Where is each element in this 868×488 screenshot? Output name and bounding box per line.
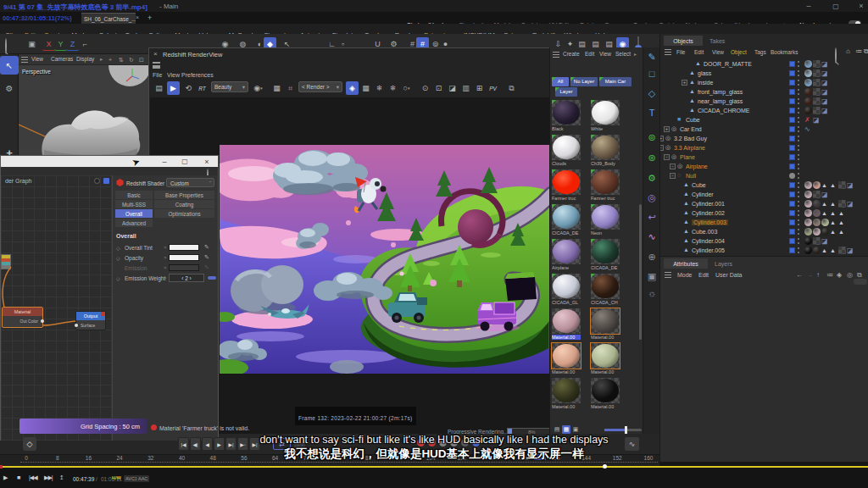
layer-tab-no-layer[interactable]: No Layer: [570, 77, 598, 86]
texture-tag-icon[interactable]: ◪: [847, 200, 854, 208]
material-tag[interactable]: [804, 107, 812, 114]
material-tag[interactable]: [804, 79, 812, 86]
om-menu-file[interactable]: File: [676, 49, 685, 55]
object-row[interactable]: ▲Cylinder◪: [660, 190, 868, 199]
attr-menu-edit[interactable]: Edit: [698, 272, 709, 278]
object-row[interactable]: ▲Cube▲▲◪: [660, 180, 868, 190]
layer-color-chip[interactable]: [789, 191, 795, 197]
modeling-settings-icon[interactable]: ▣: [25, 37, 38, 51]
selection-tag-icon[interactable]: ▲: [830, 181, 837, 189]
player-eject-button[interactable]: ↥: [59, 474, 64, 481]
selection-tag-icon[interactable]: ▲: [838, 219, 846, 226]
minimize-button[interactable]: –: [802, 1, 815, 11]
selection-tag-icon[interactable]: ▲: [830, 209, 837, 217]
material-tag[interactable]: [821, 219, 829, 226]
material-menu-edit[interactable]: Edit: [585, 52, 594, 58]
texture-tag-icon[interactable]: ◪: [813, 116, 821, 124]
material-tag[interactable]: [804, 209, 812, 217]
material-tag[interactable]: [813, 209, 821, 217]
object-row[interactable]: ▲CICADA_CHROME◪: [660, 106, 868, 115]
object-row[interactable]: ■Cube✗◪: [660, 115, 868, 125]
tab-optimizations[interactable]: Optimizations: [154, 209, 214, 218]
material-swatch[interactable]: [591, 135, 620, 160]
number-stepper[interactable]: ‹ 2 ›: [169, 274, 204, 282]
object-name[interactable]: Cylinder.005: [692, 247, 725, 253]
keyframe-dot-icon[interactable]: ◇: [116, 245, 120, 251]
uvw-tag[interactable]: [813, 88, 821, 96]
tab-attributes[interactable]: Attributes: [664, 258, 708, 269]
lock-camera-icon[interactable]: ◈: [346, 81, 359, 95]
layer-color-chip[interactable]: [789, 229, 795, 235]
visibility-dots[interactable]: [798, 89, 799, 95]
tab-overall[interactable]: Overall: [115, 209, 153, 218]
selection-tag-icon[interactable]: ▲: [821, 181, 829, 189]
material-swatch[interactable]: [591, 204, 620, 230]
rv-menu-view[interactable]: View: [167, 72, 180, 78]
layer-color-chip[interactable]: [789, 136, 795, 141]
object-row[interactable]: ▲Cylinder.003▲▲: [660, 218, 868, 227]
tab-multi-sss[interactable]: Multi-SSS: [115, 200, 153, 208]
selection-tag-icon[interactable]: ▲: [830, 247, 837, 254]
material-burger-icon[interactable]: [553, 52, 559, 58]
layer-tab-all[interactable]: All: [552, 77, 569, 86]
expander-icon[interactable]: -: [660, 145, 664, 151]
om-menu-edit[interactable]: Edit: [694, 49, 704, 55]
layer-color-chip[interactable]: [789, 61, 795, 67]
forward-icon[interactable]: →: [806, 271, 813, 279]
eyedropper-icon[interactable]: ✎: [204, 264, 209, 271]
selection-tag-icon[interactable]: ▲: [838, 228, 846, 236]
track-icon[interactable]: ◎: [847, 271, 853, 279]
visibility-dots[interactable]: [798, 191, 799, 197]
keyframe-dot-icon[interactable]: ◇: [116, 275, 120, 281]
attr-burger-icon[interactable]: [665, 272, 671, 278]
layer-color-chip[interactable]: [789, 80, 795, 86]
object-row[interactable]: -◎Plane: [660, 152, 868, 162]
fit-view-icon[interactable]: ⊡: [432, 81, 445, 95]
freeze-icon[interactable]: ❄: [373, 81, 386, 95]
selection-tag-icon[interactable]: ▲: [830, 200, 837, 208]
shader-window-titlebar[interactable]: – ▢ × ➤: [1, 156, 218, 167]
texture-tag-icon[interactable]: ◪: [821, 97, 829, 105]
material-swatch[interactable]: [552, 378, 581, 403]
texture-tag-icon[interactable]: ◪: [821, 88, 829, 96]
om-menu-object[interactable]: Object: [731, 49, 747, 55]
object-name[interactable]: Cylinder.003: [692, 219, 728, 225]
document-tab[interactable]: SH_06_CarChase_...: [81, 13, 136, 24]
tab-takes[interactable]: Takes: [709, 38, 725, 44]
workplane-icon[interactable]: ⌐: [79, 37, 92, 51]
torus-deformer-icon[interactable]: ◎: [643, 190, 660, 205]
viewport-menu-display[interactable]: Display: [76, 57, 94, 63]
object-row[interactable]: -◎Airplane: [660, 162, 868, 171]
new-document-tab-button[interactable]: +: [147, 14, 152, 22]
uvw-tag[interactable]: [813, 79, 821, 86]
viewport-burger-icon[interactable]: [21, 57, 28, 63]
object-row[interactable]: -◎3.3 Airplane: [660, 143, 868, 152]
material-tag[interactable]: [804, 191, 812, 198]
eyedropper-icon[interactable]: ✎: [204, 254, 209, 261]
visibility-dots[interactable]: [798, 229, 799, 235]
bucket-grid-icon[interactable]: ▦: [359, 81, 372, 95]
layer-color-chip[interactable]: [789, 201, 795, 207]
object-name[interactable]: near_lamp_glass: [698, 98, 743, 104]
expand-icon[interactable]: >: [164, 275, 167, 280]
visibility-dots[interactable]: [798, 154, 799, 160]
layer-color-chip[interactable]: [789, 182, 795, 188]
grid-view-icon[interactable]: ▦: [562, 425, 570, 434]
object-name[interactable]: Cylinder.001: [692, 201, 725, 207]
player-next-button[interactable]: ▶▶|: [44, 474, 53, 481]
object-name[interactable]: Car End: [680, 126, 702, 132]
expander-icon[interactable]: -: [670, 173, 676, 179]
visibility-dots[interactable]: [798, 136, 799, 141]
graph-sort-icon[interactable]: [103, 178, 109, 184]
aov-select[interactable]: Beauty▾: [211, 81, 248, 92]
selection-tag-icon[interactable]: ▲: [821, 200, 829, 208]
video-progress-handle[interactable]: [603, 464, 607, 469]
material-swatch[interactable]: [591, 100, 620, 125]
tab-coating[interactable]: Coating: [154, 200, 214, 208]
material-tag[interactable]: [804, 97, 812, 105]
output-node[interactable]: Output Surface: [75, 311, 106, 330]
object-row[interactable]: ▲Cylinder.004◪: [660, 236, 868, 246]
graph-palette-icon[interactable]: [94, 178, 100, 184]
layer-color-chip[interactable]: [789, 70, 795, 76]
om-filter-icon[interactable]: ≔: [855, 48, 862, 55]
